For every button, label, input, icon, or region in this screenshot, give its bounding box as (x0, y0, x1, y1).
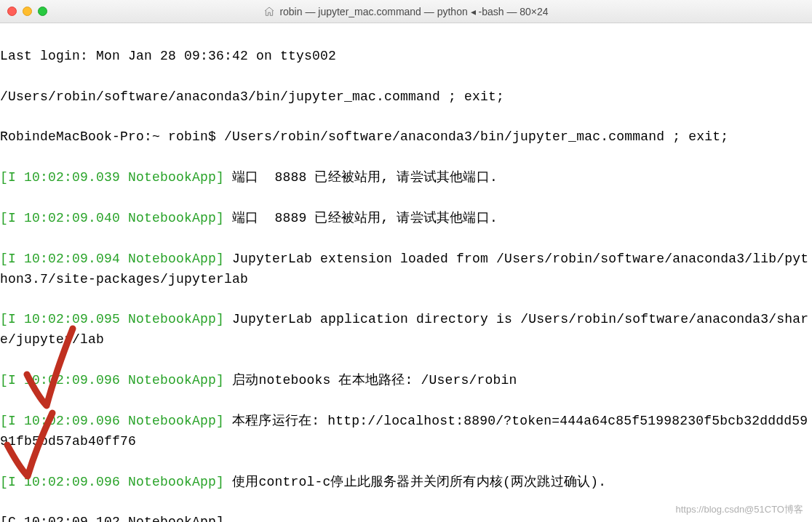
watermark: https://blog.csdn@51CTO博客 (675, 503, 803, 516)
terminal-line: /Users/robin/software/anaconda3/bin/jupy… (0, 87, 812, 108)
log-message: 端口 8889 已经被站用, 请尝试其他端口. (224, 211, 498, 225)
log-tag: [I 10:02:09.040 NotebookApp] (0, 211, 224, 225)
window-titlebar: robin — jupyter_mac.command — python ◂ -… (0, 0, 812, 23)
log-tag: [I 10:02:09.095 NotebookApp] (0, 312, 224, 326)
zoom-window-button[interactable] (38, 7, 47, 16)
terminal-output[interactable]: Last login: Mon Jan 28 09:36:42 on ttys0… (0, 23, 812, 522)
traffic-lights (7, 7, 47, 16)
close-window-button[interactable] (7, 7, 17, 16)
minimize-window-button[interactable] (23, 7, 32, 16)
terminal-line: [I 10:02:09.094 NotebookApp] JupyterLab … (0, 249, 812, 290)
terminal-line: [I 10:02:09.096 NotebookApp] 使用control-c… (0, 473, 812, 493)
terminal-line: Last login: Mon Jan 28 09:36:42 on ttys0… (0, 47, 812, 67)
terminal-line: [I 10:02:09.039 NotebookApp] 端口 8888 已经被… (0, 168, 812, 188)
log-message: 启动notebooks 在本地路径: /Users/robin (224, 373, 517, 388)
home-icon (263, 6, 275, 17)
log-tag: [I 10:02:09.096 NotebookApp] (0, 475, 224, 489)
terminal-line: [I 10:02:09.096 NotebookApp] 本程序运行在: htt… (0, 411, 812, 452)
window-title-text: robin — jupyter_mac.command — python ◂ -… (279, 6, 548, 17)
terminal-line: [I 10:02:09.040 NotebookApp] 端口 8889 已经被… (0, 209, 812, 229)
log-tag: [I 10:02:09.039 NotebookApp] (0, 170, 224, 185)
window-title: robin — jupyter_mac.command — python ◂ -… (0, 6, 812, 17)
log-tag: [I 10:02:09.096 NotebookApp] (0, 373, 224, 388)
log-message: 使用control-c停止此服务器并关闭所有内核(两次跳过确认). (224, 475, 606, 489)
log-tag: [I 10:02:09.096 NotebookApp] (0, 414, 224, 428)
terminal-line: RobindeMacBook-Pro:~ robin$ /Users/robin… (0, 127, 812, 148)
terminal-line: [I 10:02:09.095 NotebookApp] JupyterLab … (0, 310, 812, 350)
log-message: 端口 8888 已经被站用, 请尝试其他端口. (224, 170, 498, 185)
terminal-line: [I 10:02:09.096 NotebookApp] 启动notebooks… (0, 371, 812, 391)
log-tag: [I 10:02:09.094 NotebookApp] (0, 252, 224, 266)
